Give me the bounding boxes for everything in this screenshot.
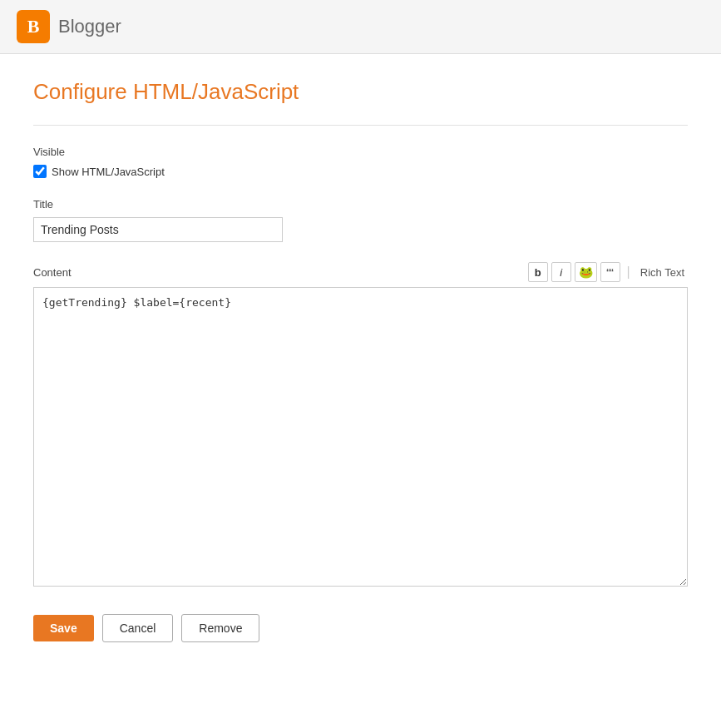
checkbox-row: Show HTML/JavaScript xyxy=(33,165,688,178)
save-button[interactable]: Save xyxy=(33,615,94,641)
divider xyxy=(33,125,688,126)
rich-text-button[interactable]: Rich Text xyxy=(637,265,688,280)
visible-label: Visible xyxy=(33,146,688,158)
app-title: Blogger xyxy=(58,16,121,37)
visible-section: Visible Show HTML/JavaScript xyxy=(33,146,688,178)
emoji-button[interactable]: 🐸 xyxy=(575,262,597,282)
title-section: Title xyxy=(33,198,688,242)
bold-button[interactable]: b xyxy=(528,262,548,282)
toolbar: b i 🐸 ““ | Rich Text xyxy=(528,262,688,282)
quote-button[interactable]: ““ xyxy=(600,262,620,282)
blogger-logo: B xyxy=(17,10,50,43)
title-label: Title xyxy=(33,198,688,210)
content-textarea[interactable]: {getTrending} $label={recent} xyxy=(33,287,688,587)
header-bar: B Blogger xyxy=(0,0,721,54)
title-input[interactable] xyxy=(33,217,283,242)
emoji-icon: 🐸 xyxy=(579,265,593,279)
remove-button[interactable]: Remove xyxy=(181,614,259,642)
main-content: Configure HTML/JavaScript Visible Show H… xyxy=(0,54,721,728)
content-section: Content b i 🐸 ““ | Rich Text {getTrendin… xyxy=(33,262,688,589)
italic-button[interactable]: i xyxy=(551,262,571,282)
show-checkbox[interactable] xyxy=(33,165,47,178)
toolbar-divider: | xyxy=(627,265,630,280)
cancel-button[interactable]: Cancel xyxy=(102,614,174,642)
show-checkbox-label[interactable]: Show HTML/JavaScript xyxy=(52,166,165,178)
content-header: Content b i 🐸 ““ | Rich Text xyxy=(33,262,688,282)
page-title: Configure HTML/JavaScript xyxy=(33,79,688,105)
button-row: Save Cancel Remove xyxy=(33,614,688,642)
content-label: Content xyxy=(33,266,72,279)
